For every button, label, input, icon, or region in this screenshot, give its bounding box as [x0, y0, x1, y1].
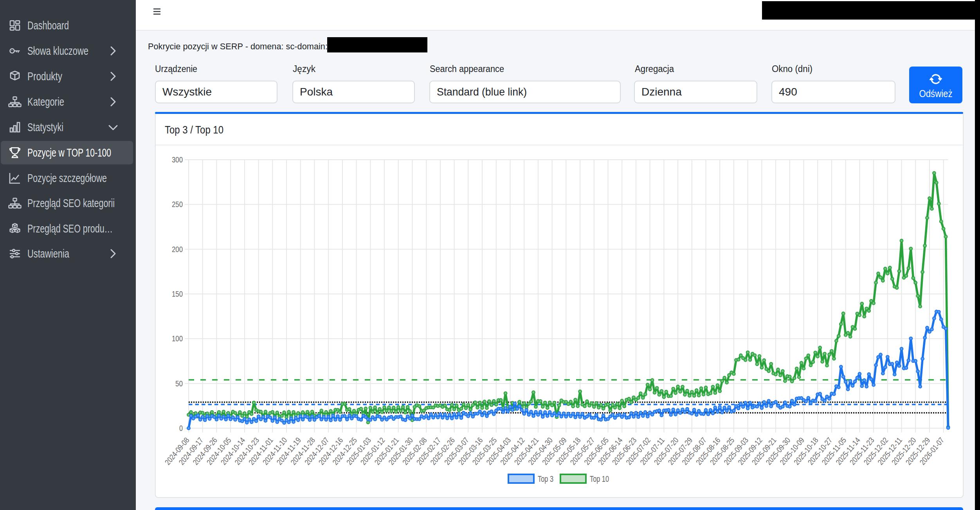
svg-text:Pozycje szczegółowe: Pozycje szczegółowe — [27, 172, 107, 184]
svg-text:Słowa kluczowe: Słowa kluczowe — [27, 45, 88, 57]
svg-text:Przegląd SEO produ…: Przegląd SEO produ… — [27, 222, 113, 235]
svg-text:490: 490 — [779, 86, 797, 98]
svg-text:Search appearance: Search appearance — [430, 64, 504, 74]
svg-text:Top 10: Top 10 — [590, 474, 609, 484]
svg-text:250: 250 — [172, 200, 183, 209]
svg-text:0: 0 — [179, 424, 183, 433]
svg-text:Pozycje w TOP 10-100: Pozycje w TOP 10-100 — [27, 146, 111, 159]
svg-text:Polska: Polska — [300, 86, 333, 98]
svg-text:Statystyki: Statystyki — [27, 121, 63, 133]
svg-text:300: 300 — [172, 155, 183, 164]
svg-text:Język: Język — [293, 64, 315, 74]
svg-text:Kategorie: Kategorie — [27, 96, 64, 108]
svg-text:Okno (dni): Okno (dni) — [772, 64, 812, 74]
svg-text:Produkty: Produkty — [27, 70, 62, 83]
svg-text:Dzienna: Dzienna — [641, 86, 682, 98]
svg-text:50: 50 — [175, 379, 183, 388]
svg-text:Top 3: Top 3 — [538, 474, 553, 484]
svg-text:100: 100 — [172, 334, 183, 343]
svg-text:Odśwież: Odśwież — [919, 88, 953, 99]
svg-text:Ustawienia: Ustawienia — [27, 247, 70, 260]
svg-text:Pokrycie pozycji w SERP - dome: Pokrycie pozycji w SERP - domena: sc-dom… — [148, 41, 328, 51]
svg-text:Przegląd SEO kategorii: Przegląd SEO kategorii — [27, 197, 115, 209]
svg-text:Agregacja: Agregacja — [635, 64, 674, 74]
svg-text:Top 3 / Top 10: Top 3 / Top 10 — [165, 124, 223, 136]
svg-text:Wszystkie: Wszystkie — [162, 86, 212, 98]
svg-text:Standard (blue link): Standard (blue link) — [437, 86, 527, 98]
svg-text:Urządzenie: Urządzenie — [155, 64, 197, 74]
svg-text:150: 150 — [172, 290, 183, 298]
svg-text:Dashboard: Dashboard — [27, 19, 69, 32]
svg-text:200: 200 — [172, 245, 183, 254]
